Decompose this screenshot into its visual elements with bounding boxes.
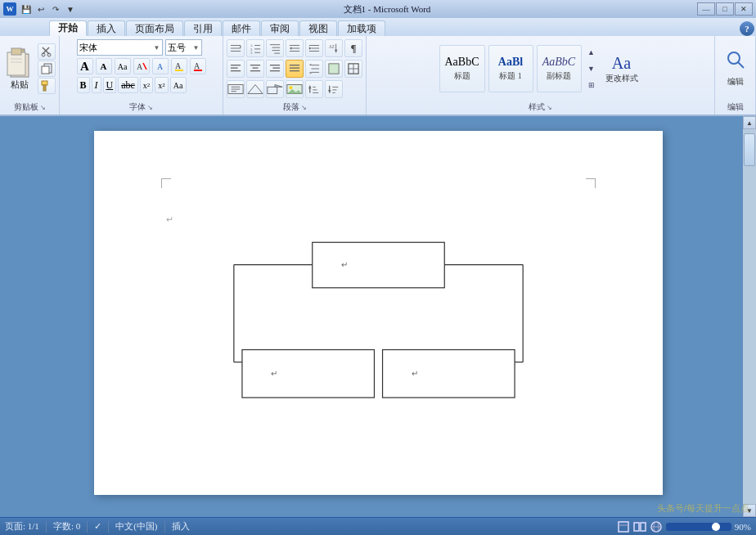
svg-rect-13 [43, 85, 46, 91]
tab-review[interactable]: 审阅 [261, 20, 299, 36]
change-case-button[interactable]: Aa [115, 58, 131, 74]
font-color-button[interactable]: A [190, 58, 206, 74]
redo-quick-btn[interactable]: ↷ [49, 2, 62, 16]
align-center-button[interactable] [246, 60, 264, 78]
show-formatting-button[interactable]: ¶ [344, 39, 362, 57]
clipboard-expand-icon[interactable]: ↘ [40, 104, 46, 111]
zoom-thumb[interactable] [712, 523, 720, 531]
zoom-level[interactable]: 90% [735, 522, 751, 532]
decrease-indent-button[interactable] [286, 39, 304, 57]
font-grow-button[interactable]: A [77, 58, 93, 74]
edit-label: 编辑 [718, 101, 752, 113]
line-spacing-button[interactable] [305, 60, 323, 78]
svg-line-87 [738, 62, 744, 68]
tab-view[interactable]: 视图 [299, 20, 337, 36]
paste-label: 粘贴 [11, 79, 29, 91]
clipboard-content: 粘贴 [3, 38, 56, 100]
font-shrink-button[interactable]: A [96, 58, 112, 74]
view-web-btn[interactable] [650, 520, 663, 533]
tab-addins[interactable]: 加载项 [338, 20, 385, 36]
font-selector-row: 宋体 ▼ 五号 ▼ [77, 39, 206, 56]
language-status[interactable]: 中文(中国) [115, 520, 157, 533]
clipboard-label: 剪贴板 ↘ [3, 101, 56, 113]
help-button[interactable]: ? [740, 21, 754, 36]
text-effects-button[interactable]: A [152, 58, 169, 74]
tab-page-layout[interactable]: 页面布局 [126, 20, 183, 36]
vertical-scrollbar[interactable]: ▲ ▼ [743, 116, 756, 517]
sort-ascending-button[interactable] [305, 80, 323, 98]
bullets-button[interactable] [227, 39, 245, 57]
view-normal-btn[interactable] [617, 520, 630, 533]
status-divider-1 [46, 521, 47, 533]
document-page[interactable]: ↵ ↵ ↵ [94, 131, 663, 495]
find-button[interactable]: 编辑 [722, 48, 749, 89]
undo-quick-btn[interactable]: ↩ [34, 2, 47, 16]
customize-quick-btn[interactable]: ▼ [64, 2, 77, 16]
align-right-button[interactable] [266, 60, 284, 78]
svg-rect-2 [7, 52, 25, 75]
title-bar: W 💾 ↩ ↷ ▼ 文档1 - Microsoft Word — □ ✕ [0, 0, 756, 18]
font-expand-icon[interactable]: ↘ [147, 104, 153, 111]
insert-shape-button[interactable] [246, 80, 264, 98]
change-styles-button[interactable]: Aa 更改样式 [601, 52, 642, 86]
bold-button[interactable]: B [77, 77, 90, 93]
tab-insert[interactable]: 插入 [88, 20, 125, 36]
styles-scroll-up-button[interactable]: ▲ [585, 45, 598, 60]
clear-format-button[interactable]: A [133, 58, 150, 74]
svg-marker-72 [275, 85, 282, 88]
scroll-track[interactable] [743, 129, 756, 504]
object-button[interactable] [266, 80, 284, 98]
picture-button[interactable] [286, 80, 304, 98]
borders-button[interactable] [344, 60, 362, 78]
styles-more-button[interactable]: ⊞ [585, 78, 598, 92]
font-size-buttons-row: A A Aa A A A A [77, 58, 206, 74]
view-reading-btn[interactable] [633, 520, 646, 533]
styles-expand-icon[interactable]: ↘ [547, 104, 552, 111]
paste-button[interactable]: 粘贴 [3, 47, 36, 91]
clear-all-button[interactable]: Aa [170, 77, 187, 93]
styles-scroll-down-button[interactable]: ▼ [585, 61, 598, 76]
scroll-up-button[interactable]: ▲ [743, 116, 756, 129]
clipboard-small-buttons [38, 43, 56, 94]
tab-references[interactable]: 引用 [184, 20, 222, 36]
ribbon-tab-bar: 开始 插入 页面布局 引用 邮件 审阅 视图 加载项 ? [0, 18, 756, 36]
multilevel-list-button[interactable] [266, 39, 284, 57]
app-icon[interactable]: W [3, 2, 16, 16]
tab-home[interactable]: 开始 [49, 20, 87, 36]
close-button[interactable]: ✕ [735, 2, 753, 16]
strikethrough-button[interactable]: abc [118, 77, 138, 93]
minimize-button[interactable]: — [697, 2, 715, 16]
font-family-select[interactable]: 宋体 ▼ [77, 39, 163, 56]
style-heading1[interactable]: AaBl 标题 1 [488, 45, 533, 92]
title-bar-left: W 💾 ↩ ↷ ▼ [3, 2, 77, 16]
increase-indent-button[interactable] [305, 39, 323, 57]
subscript-button[interactable]: x2 [140, 77, 154, 93]
cut-button[interactable] [38, 43, 56, 60]
justify-button[interactable] [286, 60, 304, 78]
font-size-select[interactable]: 五号 ▼ [165, 39, 202, 56]
zoom-slider[interactable] [666, 523, 731, 531]
style-normal[interactable]: AaBbC 标题 [439, 45, 485, 92]
sort-button[interactable]: AZ [325, 39, 343, 57]
format-painter-button[interactable] [38, 78, 56, 94]
save-quick-btn[interactable]: 💾 [20, 2, 33, 16]
numbering-button[interactable]: 1. 2. 3. [246, 39, 264, 57]
scroll-thumb[interactable] [744, 133, 755, 166]
align-left-button[interactable] [227, 60, 245, 78]
status-bar: 页面: 1/1 字数: 0 ✓ 中文(中国) 插入 [0, 517, 756, 535]
svg-marker-70 [248, 85, 263, 94]
highlight-color-button[interactable]: A [171, 58, 187, 74]
insert-mode[interactable]: 插入 [172, 520, 190, 533]
copy-button[interactable] [38, 61, 56, 77]
sort-descending-button[interactable] [325, 80, 343, 98]
style-subtitle[interactable]: AaBbC 副标题 [537, 45, 582, 92]
maximize-button[interactable]: □ [716, 2, 734, 16]
tab-mailings[interactable]: 邮件 [223, 20, 260, 36]
underline-button[interactable]: U [103, 77, 117, 93]
italic-button[interactable]: I [92, 77, 101, 93]
shading-button[interactable] [325, 60, 343, 78]
superscript-button[interactable]: x2 [155, 77, 169, 93]
zoom-controls: 90% [617, 520, 751, 533]
paragraph-expand-icon[interactable]: ↘ [301, 104, 307, 111]
draw-text-box-button[interactable] [227, 80, 245, 98]
